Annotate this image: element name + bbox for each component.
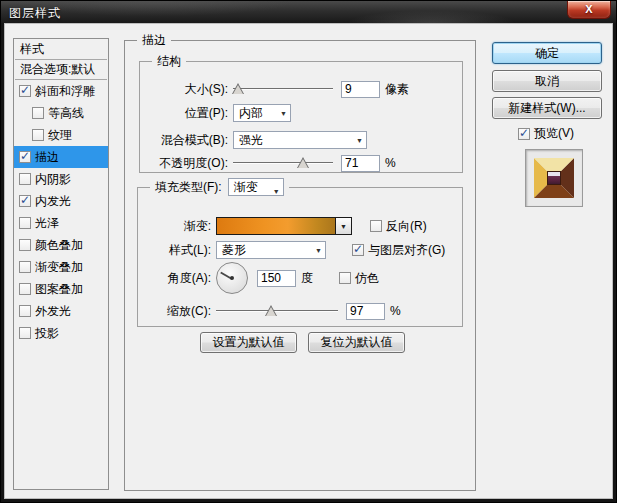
sidebar-item-stroke[interactable]: 描边 [14, 146, 108, 168]
size-label: 大小(S): [125, 81, 228, 98]
position-label: 位置(P): [125, 105, 228, 122]
angle-dial[interactable] [216, 262, 248, 294]
stroke-panel: 描边 结构 大小(S): 像素 位置(P): 内部 ▼ [124, 40, 476, 491]
opacity-slider-thumb[interactable] [297, 157, 309, 168]
close-button[interactable]: X [567, 1, 611, 19]
gradient-style-value: 菱形 [222, 242, 246, 259]
panel-title: 描边 [137, 33, 171, 48]
checkbox-icon[interactable] [19, 173, 31, 185]
dither-checkbox[interactable]: 仿色 [339, 270, 379, 287]
sidebar-item-outer-glow[interactable]: 外发光 [14, 300, 108, 322]
chevron-down-icon: ▼ [356, 137, 363, 144]
chevron-down-icon: ▼ [280, 110, 287, 117]
scale-slider-thumb[interactable] [265, 305, 277, 316]
checkbox-icon[interactable] [19, 217, 31, 229]
scale-label: 缩放(C): [125, 303, 211, 320]
gradient-label: 渐变: [125, 218, 211, 235]
sidebar-item-gradient-overlay[interactable]: 渐变叠加 [14, 256, 108, 278]
blend-mode-value: 强光 [239, 132, 263, 149]
checkbox-icon[interactable] [32, 107, 44, 119]
checkbox-icon[interactable] [32, 129, 44, 141]
reverse-label: 反向(R) [386, 218, 427, 235]
checkbox-icon[interactable] [19, 283, 31, 295]
angle-input[interactable] [257, 270, 296, 287]
opacity-label: 不透明度(O): [125, 155, 228, 172]
scale-unit: % [390, 304, 401, 318]
scale-input[interactable] [346, 303, 385, 320]
structure-legend: 结构 [152, 54, 186, 69]
fill-type-legend: 填充类型(F): 渐变 ▼ [150, 178, 289, 196]
slider-track [216, 310, 338, 312]
opacity-input[interactable] [341, 155, 380, 172]
close-icon: X [585, 3, 592, 15]
fill-type-value: 渐变 [234, 180, 258, 195]
checkbox-icon[interactable] [19, 239, 31, 251]
new-style-button[interactable]: 新建样式(W)... [492, 97, 602, 119]
blend-mode-select[interactable]: 强光 ▼ [233, 131, 367, 149]
angle-unit: 度 [301, 270, 313, 287]
fill-type-label: 填充类型(F): [155, 180, 222, 195]
sidebar-item-blending-options[interactable]: 混合选项:默认 [14, 60, 108, 79]
chevron-down-icon: ▼ [273, 184, 280, 199]
sidebar-item-pattern-overlay[interactable]: 图案叠加 [14, 278, 108, 300]
sidebar-item-bevel-emboss[interactable]: 斜面和浮雕 [14, 80, 108, 102]
checkbox-icon[interactable] [19, 195, 31, 207]
scale-slider[interactable] [216, 304, 338, 318]
sidebar-item-contour[interactable]: 等高线 [14, 102, 108, 124]
checkbox-icon[interactable] [370, 220, 382, 232]
gradient-style-select[interactable]: 菱形 ▼ [216, 241, 326, 259]
size-slider-thumb[interactable] [232, 83, 244, 94]
sidebar-item-inner-shadow[interactable]: 内阴影 [14, 168, 108, 190]
title-bar[interactable]: 图层样式 X [1, 1, 616, 23]
checkbox-icon[interactable] [19, 305, 31, 317]
size-slider[interactable] [233, 82, 333, 96]
sidebar-item-texture[interactable]: 纹理 [14, 124, 108, 146]
position-select[interactable]: 内部 ▼ [233, 104, 291, 122]
ok-button[interactable]: 确定 [492, 42, 602, 64]
style-label: 样式(L): [125, 242, 211, 259]
checkbox-icon[interactable] [19, 85, 31, 97]
slider-track [233, 162, 333, 164]
style-preview-thumbnail [525, 149, 583, 207]
preview-checkbox[interactable]: 预览(V) [518, 125, 574, 142]
checkbox-icon[interactable] [19, 261, 31, 273]
preview-label: 预览(V) [534, 125, 574, 142]
checkbox-icon[interactable] [352, 244, 364, 256]
position-value: 内部 [239, 105, 263, 122]
angle-label: 角度(A): [125, 270, 211, 287]
chevron-down-icon: ▼ [315, 247, 322, 254]
cancel-button[interactable]: 取消 [492, 70, 602, 92]
styles-list: 样式 混合选项:默认 斜面和浮雕 等高线 纹理 描边 内阴影 [13, 38, 109, 490]
dither-label: 仿色 [355, 270, 379, 287]
size-input[interactable] [341, 81, 380, 98]
window-title: 图层样式 [9, 5, 61, 22]
opacity-unit: % [385, 156, 396, 170]
slider-track [233, 88, 333, 90]
opacity-slider[interactable] [233, 156, 333, 170]
sidebar-item-drop-shadow[interactable]: 投影 [14, 322, 108, 344]
reset-default-button[interactable]: 复位为默认值 [308, 332, 405, 353]
checkbox-icon[interactable] [339, 272, 351, 284]
align-with-layer-checkbox[interactable]: 与图层对齐(G) [352, 242, 445, 259]
align-with-layer-label: 与图层对齐(G) [368, 242, 445, 259]
angle-center-dot [230, 276, 234, 280]
fill-type-select[interactable]: 渐变 ▼ [228, 178, 284, 196]
sidebar-item-inner-glow[interactable]: 内发光 [14, 190, 108, 212]
reverse-checkbox[interactable]: 反向(R) [370, 218, 427, 235]
make-default-button[interactable]: 设置为默认值 [200, 332, 297, 353]
gradient-swatch[interactable] [216, 217, 336, 235]
checkbox-icon[interactable] [19, 151, 31, 163]
checkbox-icon[interactable] [518, 128, 530, 140]
preview-gem-icon [534, 158, 574, 198]
sidebar-item-satin[interactable]: 光泽 [14, 212, 108, 234]
styles-header: 样式 [14, 39, 108, 59]
checkbox-icon[interactable] [19, 327, 31, 339]
size-unit: 像素 [385, 81, 409, 98]
gradient-picker-arrow[interactable]: ▼ [336, 217, 352, 235]
dialog-body: 样式 混合选项:默认 斜面和浮雕 等高线 纹理 描边 内阴影 [4, 23, 613, 499]
blend-mode-label: 混合模式(B): [125, 132, 228, 149]
sidebar-item-color-overlay[interactable]: 颜色叠加 [14, 234, 108, 256]
layer-style-dialog: 图层样式 X 样式 混合选项:默认 斜面和浮雕 等高线 纹理 [0, 0, 617, 503]
